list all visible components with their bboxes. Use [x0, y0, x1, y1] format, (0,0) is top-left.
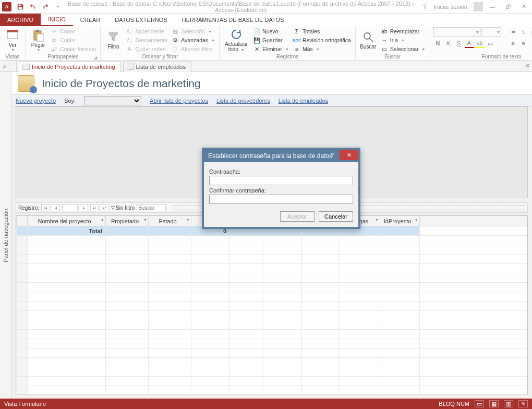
table-row[interactable]: [17, 273, 527, 283]
seleccion-button[interactable]: ▦Selección▼: [171, 27, 216, 35]
soy-combo[interactable]: [84, 96, 141, 105]
font-combo[interactable]: ▾: [433, 27, 480, 37]
reemplazar-button[interactable]: abReemplazar: [380, 27, 427, 35]
table-row[interactable]: [17, 302, 527, 311]
table-row[interactable]: [17, 255, 527, 264]
password-input[interactable]: [209, 176, 353, 185]
doc-tab-lista-empleados[interactable]: Lista de empleados: [123, 62, 191, 72]
navigation-panel-collapsed[interactable]: Panel de navegación: [0, 72, 11, 399]
abrir-lista-proyectos-link[interactable]: Abrir lista de proyectos: [150, 98, 208, 104]
italic-button[interactable]: K: [444, 39, 453, 48]
table-row[interactable]: [17, 264, 527, 273]
fill-color-button[interactable]: ▭: [486, 39, 495, 48]
table-row[interactable]: [17, 330, 527, 339]
table-row[interactable]: [17, 348, 527, 358]
undo-icon[interactable]: [27, 1, 39, 13]
seleccionar-button[interactable]: ▭Seleccionar▼: [380, 45, 427, 53]
column-header[interactable]: IdProyecto▼: [380, 216, 419, 226]
dialog-help-icon[interactable]: ?: [325, 150, 340, 160]
doc-tab-inicio-proyectos[interactable]: Inicio de Proyectos de marketing: [19, 62, 121, 72]
prev-record-icon[interactable]: ◂: [52, 204, 60, 211]
tab-inicio[interactable]: INICIO: [41, 14, 73, 26]
record-search-input[interactable]: [137, 204, 166, 211]
mas-button[interactable]: ≡Más▼: [292, 45, 352, 53]
buscar-button[interactable]: Buscar: [359, 27, 378, 53]
first-record-icon[interactable]: I◂: [41, 204, 50, 211]
design-view-icon[interactable]: ✎: [518, 400, 528, 407]
qat-customize-icon[interactable]: ▾: [52, 1, 64, 13]
eliminar-button[interactable]: ✕Eliminar▼: [252, 45, 290, 53]
tab-herramientas[interactable]: HERRAMIENTAS DE BASE DE DATOS: [175, 14, 292, 26]
data-grid[interactable]: Nombre del proyecto▼ Propietario▼ Estado…: [16, 215, 528, 394]
column-header[interactable]: Propietario▼: [106, 216, 149, 226]
table-row[interactable]: [17, 245, 527, 255]
ver-button[interactable]: Ver ▼: [3, 27, 22, 53]
align-left-button[interactable]: ≡: [509, 39, 518, 48]
row-selector-header[interactable]: [17, 216, 28, 226]
close-icon[interactable]: ✕: [517, 2, 530, 11]
form-view-icon[interactable]: ▭: [475, 400, 484, 407]
tab-datos-externos[interactable]: DATOS EXTERNOS: [107, 14, 174, 26]
table-row[interactable]: [17, 386, 527, 395]
minimize-icon[interactable]: —: [486, 2, 499, 11]
new-record-icon[interactable]: ▸*: [101, 204, 109, 211]
column-header[interactable]: Estado▼: [149, 216, 191, 226]
next-record-icon[interactable]: ▸: [80, 204, 88, 211]
nav-toggle-icon[interactable]: »: [0, 61, 9, 71]
highlight-button[interactable]: ab: [475, 39, 485, 48]
desc-button[interactable]: Z↓Descendente: [125, 36, 168, 44]
table-row[interactable]: [17, 339, 527, 348]
table-row[interactable]: [17, 311, 527, 320]
ira-button[interactable]: →Ir a▼: [380, 36, 427, 44]
lista-empleados-link[interactable]: Lista de empleados: [279, 98, 328, 104]
numbering-button[interactable]: ⒈: [519, 27, 528, 37]
filtro-button[interactable]: Filtro: [104, 27, 123, 53]
asc-button[interactable]: A↓Ascendente: [125, 27, 168, 35]
pegar-button[interactable]: Pegar ▼: [29, 27, 47, 53]
close-tab-icon[interactable]: ✕: [523, 63, 532, 69]
table-row[interactable]: [17, 320, 527, 330]
totales-button[interactable]: ΣTotales: [292, 27, 352, 35]
tab-archivo[interactable]: ARCHIVO: [0, 14, 41, 26]
guardar-button[interactable]: 💾Guardar: [252, 36, 290, 44]
dialog-launcher-icon[interactable]: ◢: [94, 55, 97, 60]
avanzadas-button[interactable]: ⚙Avanzadas▼: [171, 36, 216, 44]
tab-crear[interactable]: CREAR: [73, 14, 108, 26]
chevron-down-icon[interactable]: ▼: [101, 218, 104, 222]
column-header[interactable]: Nombre del proyecto▼: [28, 216, 106, 226]
datasheet-view-icon[interactable]: ▦: [489, 400, 499, 407]
font-color-button[interactable]: A: [465, 39, 474, 48]
nuevo-button[interactable]: 📄Nuevo: [252, 27, 290, 35]
current-record-input[interactable]: [62, 204, 78, 211]
confirm-password-input[interactable]: [209, 195, 353, 204]
dialog-title-bar[interactable]: Establecer contraseña para la base de da…: [204, 150, 358, 162]
bold-button[interactable]: N: [433, 39, 443, 48]
cancelar-button[interactable]: Cancelar: [319, 211, 353, 222]
nuevo-proyecto-link[interactable]: Nuevo proyecto: [16, 98, 56, 104]
table-row[interactable]: [17, 236, 527, 245]
table-row[interactable]: [17, 292, 527, 302]
underline-button[interactable]: S: [454, 39, 464, 48]
dialog-close-icon[interactable]: ✕: [340, 150, 358, 160]
redo-icon[interactable]: [40, 1, 51, 13]
restore-icon[interactable]: 🗗: [502, 2, 514, 11]
table-row[interactable]: [17, 358, 527, 367]
quitar-orden-button[interactable]: A̶Quitar orden: [125, 45, 168, 53]
avatar[interactable]: [474, 2, 483, 11]
help-icon[interactable]: ?: [418, 2, 431, 11]
revision-button[interactable]: abcRevisión ortográfica: [292, 36, 352, 44]
signin-link[interactable]: Iniciar sesión: [434, 4, 467, 10]
lista-proveedores-link[interactable]: Lista de proveedores: [216, 98, 270, 104]
layout-view-icon[interactable]: ▥: [504, 400, 513, 407]
table-row[interactable]: [17, 283, 527, 292]
cortar-button[interactable]: ✂Cortar: [50, 27, 97, 35]
size-combo[interactable]: ▾: [481, 27, 501, 37]
bullets-button[interactable]: ≔: [509, 27, 518, 37]
last-record-icon[interactable]: ▸I: [90, 204, 99, 211]
alternar-filtro-button[interactable]: ▽Alternar filtro: [171, 45, 216, 53]
aceptar-button[interactable]: Aceptar: [280, 211, 315, 222]
copiar-formato-button[interactable]: 🖌Copiar formato: [50, 45, 97, 53]
indent-left-button[interactable]: ⇤: [529, 27, 532, 37]
table-row[interactable]: [17, 377, 527, 386]
column-header-empty[interactable]: [419, 216, 527, 226]
